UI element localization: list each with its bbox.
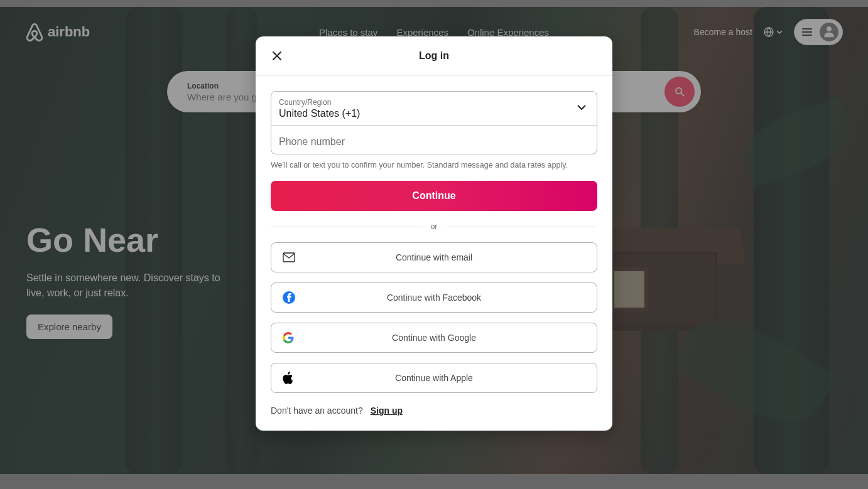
modal-header: Log in bbox=[256, 36, 612, 76]
phone-helper-text: We'll call or text you to confirm your n… bbox=[271, 161, 597, 169]
signup-line: Don't have an account? Sign up bbox=[271, 406, 597, 416]
continue-apple-button[interactable]: Continue with Apple bbox=[271, 363, 597, 393]
or-divider: or bbox=[271, 222, 597, 231]
continue-email-label: Continue with email bbox=[396, 252, 472, 262]
continue-facebook-button[interactable]: Continue with Facebook bbox=[271, 282, 597, 313]
facebook-icon bbox=[283, 291, 295, 304]
country-select[interactable]: Country/Region United States (+1) bbox=[271, 92, 597, 126]
signup-link[interactable]: Sign up bbox=[371, 406, 403, 416]
no-account-text: Don't have an account? bbox=[271, 406, 363, 416]
login-modal: Log in Country/Region United States (+1)… bbox=[256, 36, 612, 431]
google-icon bbox=[283, 332, 294, 343]
email-icon bbox=[283, 252, 295, 262]
phone-field-group: Country/Region United States (+1) bbox=[271, 91, 597, 154]
continue-button[interactable]: Continue bbox=[271, 181, 597, 211]
country-value: United States (+1) bbox=[279, 108, 589, 119]
phone-field[interactable] bbox=[271, 126, 597, 154]
apple-icon bbox=[283, 372, 294, 384]
continue-apple-label: Continue with Apple bbox=[395, 373, 473, 383]
continue-google-label: Continue with Google bbox=[392, 333, 476, 343]
continue-google-button[interactable]: Continue with Google bbox=[271, 323, 597, 353]
chevron-down-icon bbox=[577, 102, 587, 115]
modal-title: Log in bbox=[419, 50, 449, 62]
continue-facebook-label: Continue with Facebook bbox=[387, 293, 481, 303]
phone-input[interactable] bbox=[279, 132, 589, 148]
close-button[interactable] bbox=[267, 46, 287, 66]
continue-email-button[interactable]: Continue with email bbox=[271, 242, 597, 272]
country-label: Country/Region bbox=[279, 98, 589, 107]
close-icon bbox=[273, 51, 281, 60]
svg-rect-3 bbox=[283, 253, 295, 262]
